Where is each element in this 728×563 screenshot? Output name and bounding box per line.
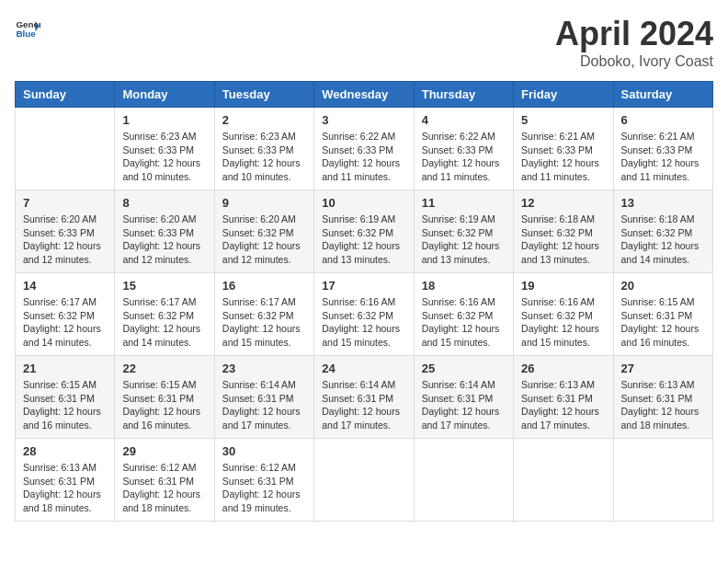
day-number: 19 <box>521 279 605 293</box>
svg-text:Blue: Blue <box>16 29 36 39</box>
day-number: 15 <box>122 279 206 293</box>
calendar-cell: 6Sunrise: 6:21 AMSunset: 6:33 PMDaylight… <box>613 108 712 190</box>
calendar-cell <box>414 439 513 522</box>
weekday-header-saturday: Saturday <box>613 82 712 108</box>
day-number: 20 <box>621 279 705 293</box>
calendar-cell: 15Sunrise: 6:17 AMSunset: 6:32 PMDayligh… <box>115 273 214 356</box>
day-number: 21 <box>23 362 107 375</box>
day-number: 10 <box>322 196 405 210</box>
day-info: Sunrise: 6:16 AMSunset: 6:32 PMDaylight:… <box>422 295 506 350</box>
calendar-cell <box>514 439 613 522</box>
day-number: 25 <box>422 362 506 375</box>
day-info: Sunrise: 6:13 AMSunset: 6:31 PMDaylight:… <box>621 378 705 432</box>
calendar-cell: 3Sunrise: 6:22 AMSunset: 6:33 PMDaylight… <box>314 108 414 190</box>
day-number: 29 <box>122 444 206 458</box>
calendar-cell: 2Sunrise: 6:23 AMSunset: 6:33 PMDaylight… <box>214 108 313 190</box>
weekday-header-row: SundayMondayTuesdayWednesdayThursdayFrid… <box>16 82 713 108</box>
logo: General Blue <box>15 15 40 40</box>
day-info: Sunrise: 6:19 AMSunset: 6:32 PMDaylight:… <box>422 213 506 267</box>
calendar-cell: 30Sunrise: 6:12 AMSunset: 6:31 PMDayligh… <box>214 439 313 522</box>
calendar-week-row: 21Sunrise: 6:15 AMSunset: 6:31 PMDayligh… <box>16 356 713 439</box>
day-number: 6 <box>621 113 705 127</box>
day-number: 17 <box>322 279 405 293</box>
logo-icon: General Blue <box>15 15 40 40</box>
day-info: Sunrise: 6:23 AMSunset: 6:33 PMDaylight:… <box>122 130 206 184</box>
day-info: Sunrise: 6:14 AMSunset: 6:31 PMDaylight:… <box>422 378 506 432</box>
day-info: Sunrise: 6:22 AMSunset: 6:33 PMDaylight:… <box>422 130 506 184</box>
day-info: Sunrise: 6:14 AMSunset: 6:31 PMDaylight:… <box>222 378 306 432</box>
weekday-header-friday: Friday <box>514 82 613 108</box>
page-header: General Blue April 2024 Doboko, Ivory Co… <box>15 15 713 70</box>
day-info: Sunrise: 6:13 AMSunset: 6:31 PMDaylight:… <box>521 378 605 432</box>
day-info: Sunrise: 6:21 AMSunset: 6:33 PMDaylight:… <box>621 130 705 184</box>
day-number: 30 <box>222 444 306 458</box>
day-number: 4 <box>422 113 506 127</box>
day-number: 7 <box>23 196 107 210</box>
day-number: 23 <box>222 362 306 375</box>
day-info: Sunrise: 6:17 AMSunset: 6:32 PMDaylight:… <box>23 295 107 350</box>
day-number: 11 <box>422 196 506 210</box>
day-number: 22 <box>122 362 206 375</box>
day-info: Sunrise: 6:15 AMSunset: 6:31 PMDaylight:… <box>122 378 206 432</box>
calendar-cell: 19Sunrise: 6:16 AMSunset: 6:32 PMDayligh… <box>514 273 613 356</box>
day-info: Sunrise: 6:16 AMSunset: 6:32 PMDaylight:… <box>322 295 405 350</box>
subtitle: Doboko, Ivory Coast <box>555 53 713 70</box>
calendar-cell: 22Sunrise: 6:15 AMSunset: 6:31 PMDayligh… <box>115 356 214 439</box>
calendar-cell: 28Sunrise: 6:13 AMSunset: 6:31 PMDayligh… <box>16 439 115 522</box>
day-info: Sunrise: 6:22 AMSunset: 6:33 PMDaylight:… <box>322 130 405 184</box>
day-number: 27 <box>621 362 705 375</box>
weekday-header-wednesday: Wednesday <box>314 82 414 108</box>
day-info: Sunrise: 6:15 AMSunset: 6:31 PMDaylight:… <box>23 378 107 432</box>
calendar-cell: 12Sunrise: 6:18 AMSunset: 6:32 PMDayligh… <box>514 190 613 273</box>
calendar-cell: 4Sunrise: 6:22 AMSunset: 6:33 PMDaylight… <box>414 108 513 190</box>
calendar-cell: 9Sunrise: 6:20 AMSunset: 6:32 PMDaylight… <box>214 190 313 273</box>
day-number: 9 <box>222 196 306 210</box>
calendar-cell <box>613 439 712 522</box>
calendar-cell: 26Sunrise: 6:13 AMSunset: 6:31 PMDayligh… <box>514 356 613 439</box>
calendar-week-row: 14Sunrise: 6:17 AMSunset: 6:32 PMDayligh… <box>16 273 713 356</box>
day-number: 12 <box>521 196 605 210</box>
day-number: 16 <box>222 279 306 293</box>
day-info: Sunrise: 6:15 AMSunset: 6:31 PMDaylight:… <box>621 295 705 350</box>
day-info: Sunrise: 6:17 AMSunset: 6:32 PMDaylight:… <box>222 295 306 350</box>
calendar-cell: 14Sunrise: 6:17 AMSunset: 6:32 PMDayligh… <box>16 273 115 356</box>
day-info: Sunrise: 6:16 AMSunset: 6:32 PMDaylight:… <box>521 295 605 350</box>
calendar-cell: 24Sunrise: 6:14 AMSunset: 6:31 PMDayligh… <box>314 356 414 439</box>
day-number: 1 <box>122 113 206 127</box>
day-number: 5 <box>521 113 605 127</box>
day-number: 13 <box>621 196 705 210</box>
day-info: Sunrise: 6:20 AMSunset: 6:32 PMDaylight:… <box>222 213 306 267</box>
calendar-cell: 1Sunrise: 6:23 AMSunset: 6:33 PMDaylight… <box>115 108 214 190</box>
calendar-cell: 13Sunrise: 6:18 AMSunset: 6:32 PMDayligh… <box>613 190 712 273</box>
calendar-cell: 29Sunrise: 6:12 AMSunset: 6:31 PMDayligh… <box>115 439 214 522</box>
day-info: Sunrise: 6:14 AMSunset: 6:31 PMDaylight:… <box>322 378 405 432</box>
day-info: Sunrise: 6:20 AMSunset: 6:33 PMDaylight:… <box>122 213 206 267</box>
day-info: Sunrise: 6:13 AMSunset: 6:31 PMDaylight:… <box>23 461 107 515</box>
calendar-week-row: 28Sunrise: 6:13 AMSunset: 6:31 PMDayligh… <box>16 439 713 522</box>
weekday-header-sunday: Sunday <box>16 82 115 108</box>
calendar-cell: 25Sunrise: 6:14 AMSunset: 6:31 PMDayligh… <box>414 356 513 439</box>
day-number: 8 <box>122 196 206 210</box>
calendar-cell: 21Sunrise: 6:15 AMSunset: 6:31 PMDayligh… <box>16 356 115 439</box>
day-info: Sunrise: 6:19 AMSunset: 6:32 PMDaylight:… <box>322 213 405 267</box>
day-info: Sunrise: 6:17 AMSunset: 6:32 PMDaylight:… <box>122 295 206 350</box>
day-info: Sunrise: 6:12 AMSunset: 6:31 PMDaylight:… <box>222 461 306 515</box>
calendar-cell: 10Sunrise: 6:19 AMSunset: 6:32 PMDayligh… <box>314 190 414 273</box>
weekday-header-thursday: Thursday <box>414 82 513 108</box>
calendar-cell: 27Sunrise: 6:13 AMSunset: 6:31 PMDayligh… <box>613 356 712 439</box>
day-number: 2 <box>222 113 306 127</box>
main-title: April 2024 <box>555 15 713 53</box>
title-area: April 2024 Doboko, Ivory Coast <box>555 15 713 70</box>
calendar-cell: 18Sunrise: 6:16 AMSunset: 6:32 PMDayligh… <box>414 273 513 356</box>
calendar-cell <box>314 439 414 522</box>
calendar-cell: 11Sunrise: 6:19 AMSunset: 6:32 PMDayligh… <box>414 190 513 273</box>
day-info: Sunrise: 6:23 AMSunset: 6:33 PMDaylight:… <box>222 130 306 184</box>
day-info: Sunrise: 6:20 AMSunset: 6:33 PMDaylight:… <box>23 213 107 267</box>
day-number: 14 <box>23 279 107 293</box>
calendar-cell: 16Sunrise: 6:17 AMSunset: 6:32 PMDayligh… <box>214 273 313 356</box>
calendar-cell <box>16 108 115 190</box>
day-info: Sunrise: 6:18 AMSunset: 6:32 PMDaylight:… <box>621 213 705 267</box>
day-info: Sunrise: 6:12 AMSunset: 6:31 PMDaylight:… <box>122 461 206 515</box>
calendar-cell: 5Sunrise: 6:21 AMSunset: 6:33 PMDaylight… <box>514 108 613 190</box>
calendar-cell: 17Sunrise: 6:16 AMSunset: 6:32 PMDayligh… <box>314 273 414 356</box>
